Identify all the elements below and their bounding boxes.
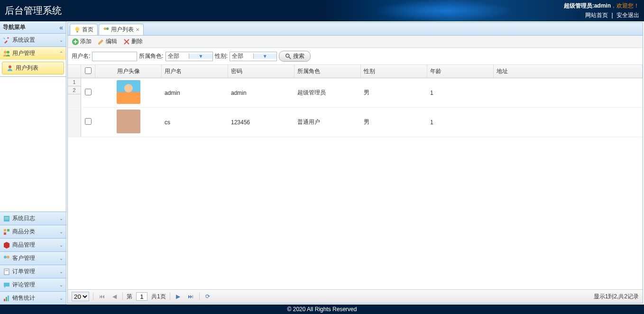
delete-button[interactable]: 删除	[123, 37, 143, 46]
grid-pagination: 20 ⏮ ◀ 第 共1页 ▶ ⏭ ⟳ 显示1到2,共2记录	[68, 289, 643, 303]
sidebar-title: 导航菜单	[3, 23, 26, 31]
row-checkbox[interactable]	[85, 89, 92, 95]
svg-rect-14	[6, 297, 7, 301]
grid-body: 1 2 admin admin 超级管理员 男 1 cs	[68, 78, 643, 289]
submenu-user-list[interactable]: 用户列表	[2, 62, 64, 74]
svg-rect-11	[4, 269, 9, 275]
col-username[interactable]: 用户名	[162, 65, 228, 78]
svg-point-16	[75, 27, 80, 31]
gender-label: 性别:	[215, 52, 228, 60]
cell-username: cs	[162, 117, 228, 128]
welcome-text: ，欢迎您！	[611, 2, 639, 9]
users-icon	[103, 27, 110, 33]
avatar	[117, 80, 140, 104]
role-label: 所属角色:	[139, 52, 163, 60]
chevron-down-icon: ⌄	[59, 216, 63, 221]
next-page-button[interactable]: ▶	[174, 293, 182, 300]
app-header: 后台管理系统 超级管理员:admin，欢迎您！ 网站首页 | 安全退出	[0, 0, 644, 21]
sidebar-item-system-settings[interactable]: 系统设置 ⌄	[0, 34, 66, 47]
grid-header: 用户头像 用户名 密码 所属角色 性别 年龄 地址	[68, 65, 643, 78]
svg-rect-15	[8, 296, 9, 301]
category-icon	[3, 228, 10, 236]
cell-role: 超级管理员	[294, 87, 361, 99]
sidebar-item-product-category[interactable]: 商品分类⌄	[0, 225, 66, 238]
cell-gender: 男	[361, 87, 427, 99]
edit-button[interactable]: 编辑	[97, 37, 117, 46]
svg-point-0	[4, 51, 7, 54]
svg-rect-7	[7, 229, 9, 231]
lightbulb-icon	[74, 27, 81, 33]
order-icon	[3, 268, 10, 276]
role-select[interactable]: 全部 ▼	[166, 52, 213, 61]
svg-line-24	[289, 56, 291, 58]
cell-password: 123456	[228, 117, 294, 128]
tab-user-list[interactable]: 用户列表 ✕	[99, 24, 144, 35]
search-button[interactable]: 搜索	[279, 51, 311, 62]
table-row[interactable]: cs 123456 普通用户 男 1	[68, 108, 643, 137]
dropdown-arrow-icon[interactable]: ▼	[253, 54, 277, 59]
page-size-select[interactable]: 20	[72, 292, 89, 301]
app-footer: © 2020 All Rights Reserved	[0, 305, 644, 314]
page-label-pre: 第	[127, 293, 132, 301]
users-icon	[3, 50, 10, 57]
svg-rect-13	[4, 299, 5, 301]
chart-icon	[3, 295, 10, 302]
cell-role: 普通用户	[294, 116, 361, 128]
check-all[interactable]	[85, 67, 92, 74]
toolbar: 添加 编辑 删除	[68, 36, 643, 48]
svg-point-19	[106, 27, 109, 29]
refresh-button[interactable]: ⟳	[203, 293, 212, 300]
cell-address	[494, 120, 643, 124]
customers-icon	[3, 255, 10, 262]
tabs-bar: 首页 用户列表 ✕	[68, 23, 643, 36]
delete-icon	[123, 38, 130, 46]
last-page-button[interactable]: ⏭	[186, 293, 195, 300]
prev-page-button[interactable]: ◀	[110, 293, 119, 300]
col-gender[interactable]: 性别	[361, 65, 427, 78]
chevron-up-icon: ⌃	[59, 51, 63, 56]
svg-rect-5	[5, 219, 9, 219]
username-input[interactable]	[92, 52, 137, 61]
col-address[interactable]: 地址	[494, 65, 643, 78]
sidebar-item-comment-management[interactable]: 评论管理⌄	[0, 278, 66, 291]
collapse-sidebar-icon[interactable]: «	[59, 24, 63, 31]
chevron-down-icon: ⌄	[59, 242, 63, 248]
rownum-cell	[68, 108, 81, 137]
gender-select[interactable]: 全部 ▼	[230, 52, 277, 61]
col-role[interactable]: 所属角色	[294, 65, 361, 78]
close-tab-icon[interactable]: ✕	[136, 27, 139, 32]
copyright: © 2020 All Rights Reserved	[287, 306, 357, 313]
cell-age: 1	[427, 88, 494, 98]
sidebar-item-order-management[interactable]: 订单管理⌄	[0, 265, 66, 278]
col-password[interactable]: 密码	[228, 65, 294, 78]
sidebar-header: 导航菜单 «	[0, 21, 66, 34]
home-link[interactable]: 网站首页	[585, 12, 608, 18]
rownum-header	[68, 65, 81, 78]
comment-icon	[3, 281, 10, 289]
cell-gender: 男	[361, 116, 427, 128]
dropdown-arrow-icon[interactable]: ▼	[189, 54, 212, 59]
rownum-cell: 1 2	[68, 78, 81, 107]
page-input[interactable]	[136, 292, 147, 301]
sidebar-item-user-management[interactable]: 用户管理 ⌃ 用户列表	[0, 47, 66, 77]
sidebar-item-system-log[interactable]: 系统日志⌄	[0, 212, 66, 225]
chevron-down-icon: ⌄	[59, 296, 63, 301]
sidebar-item-sales-statistics[interactable]: 销售统计⌄	[0, 291, 66, 305]
svg-point-1	[7, 51, 9, 54]
col-age[interactable]: 年龄	[427, 65, 494, 78]
logout-link[interactable]: 安全退出	[616, 12, 639, 18]
username-label: 用户名:	[72, 52, 90, 60]
row-checkbox[interactable]	[85, 118, 92, 125]
table-row[interactable]: 1 2 admin admin 超级管理员 男 1	[68, 78, 643, 108]
svg-rect-8	[4, 232, 6, 235]
header-user-area: 超级管理员:admin，欢迎您！ 网站首页 | 安全退出	[564, 1, 639, 19]
svg-rect-4	[5, 217, 9, 218]
sidebar-item-product-management[interactable]: 商品管理⌄	[0, 238, 66, 251]
chevron-down-icon: ⌄	[59, 37, 63, 43]
col-avatar[interactable]: 用户头像	[95, 65, 162, 78]
sidebar-item-customer-management[interactable]: 客户管理⌄	[0, 251, 66, 265]
first-page-button[interactable]: ⏮	[97, 293, 107, 300]
tab-home[interactable]: 首页	[70, 24, 98, 35]
add-button[interactable]: 添加	[72, 37, 92, 46]
svg-point-10	[7, 256, 9, 259]
